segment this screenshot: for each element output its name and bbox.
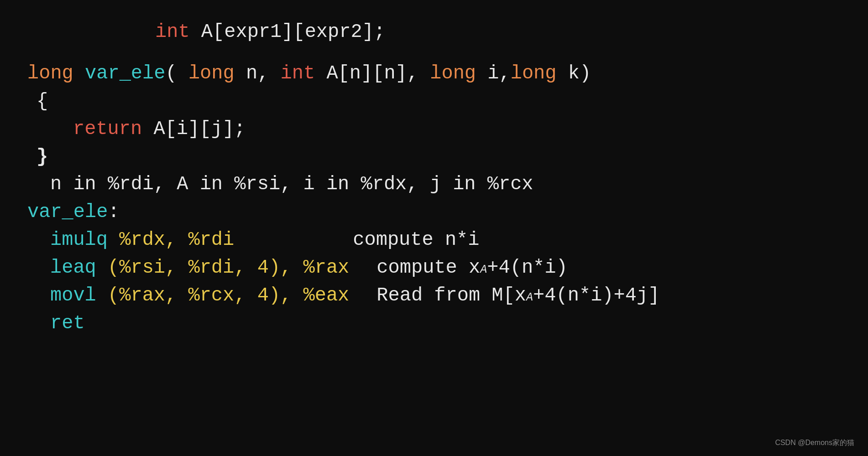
movl-args: (%rax, %rcx, 4), %eax — [96, 282, 350, 310]
line-6: n in %rdi, A in %rsi, i in %rdx, j in %r… — [27, 171, 841, 198]
keyword-int: int — [155, 18, 190, 46]
leaq-args: (%rsi, %rdi, 4), %rax — [96, 254, 350, 282]
spacer-1 — [27, 46, 841, 60]
keyword-long-1: long — [27, 60, 73, 88]
brace-open: { — [37, 88, 48, 115]
line-3: { — [27, 88, 841, 115]
brace-close: } — [37, 143, 48, 171]
label-colon: : — [108, 198, 119, 226]
leaq-comment: compute x — [376, 254, 480, 282]
line-7: var_ele : — [27, 198, 841, 226]
return-val: A[i][j]; — [142, 115, 246, 143]
line-9: leaq (%rsi, %rdi, 4), %rax compute x A +… — [27, 254, 841, 282]
keyword-return: return — [73, 115, 142, 143]
instr-ret: ret — [50, 310, 85, 337]
line-11: ret — [27, 310, 841, 337]
code-container: int A[expr1][expr2]; long var_ele ( long… — [0, 0, 868, 456]
param-n: n, — [235, 60, 281, 88]
label-var-ele: var_ele — [27, 198, 108, 226]
line1-rest: A[expr1][expr2]; — [190, 18, 385, 46]
code-block: int A[expr1][expr2]; long var_ele ( long… — [27, 18, 841, 337]
line-10: movl (%rax, %rcx, 4), %eax Read from M[x… — [27, 282, 841, 310]
line-8: imulq %rdx, %rdi compute n*i — [27, 226, 841, 254]
line-2: long var_ele ( long n, int A[n][n], long… — [27, 60, 841, 88]
paren-open: ( — [165, 60, 188, 88]
param-i: i, — [476, 60, 511, 88]
keyword-long-2: long — [188, 60, 235, 88]
param-k: k) — [557, 60, 591, 88]
keyword-long-3: long — [430, 60, 476, 88]
register-comment: n in %rdi, A in %rsi, i in %rdx, j in %r… — [50, 171, 533, 198]
space — [73, 60, 85, 88]
line-4: return A[i][j]; — [27, 115, 841, 143]
line-5: } — [27, 143, 841, 171]
movl-comment2: +4(n*i)+4j] — [533, 282, 659, 310]
imulq-args: %rdx, %rdi — [108, 226, 234, 254]
imulq-comment: compute n*i — [353, 226, 479, 254]
leaq-comment2: +4(n*i) — [487, 254, 567, 282]
instr-leaq: leaq — [50, 254, 96, 282]
instr-imulq: imulq — [50, 226, 108, 254]
func-var-ele: var_ele — [85, 60, 165, 88]
instr-movl: movl — [50, 282, 96, 310]
leaq-xa-sub: A — [480, 262, 487, 279]
keyword-int-2: int — [281, 60, 315, 88]
watermark: CSDN @Demons家的猫 — [775, 438, 854, 448]
line-1: int A[expr1][expr2]; — [27, 18, 841, 46]
movl-comment: Read from M[x — [376, 282, 526, 310]
movl-xa-sub: A — [526, 290, 533, 306]
keyword-long-4: long — [511, 60, 557, 88]
param-a: A[n][n], — [315, 60, 430, 88]
